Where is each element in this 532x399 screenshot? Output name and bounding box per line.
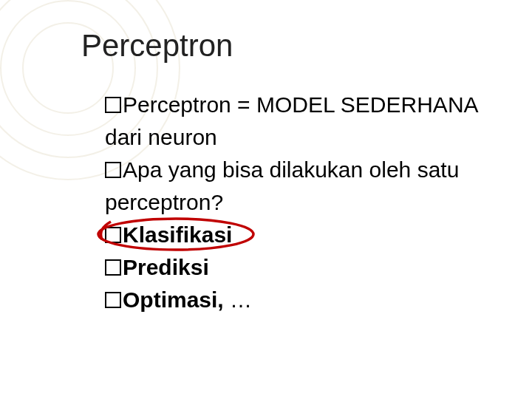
bullet-item: Prediksi bbox=[105, 251, 488, 284]
slide: Perceptron Perceptron = MODEL SEDERHANA … bbox=[0, 0, 532, 399]
bullet-item: Klasifikasi bbox=[105, 219, 488, 251]
bullet-prefix: Prediksi bbox=[123, 255, 209, 279]
checkbox-icon bbox=[105, 259, 121, 276]
bullet-item: Apa yang bisa dilakukan oleh satu percep… bbox=[105, 154, 488, 219]
checkbox-icon bbox=[105, 227, 121, 243]
checkbox-icon bbox=[105, 292, 121, 308]
slide-title: Perceptron bbox=[81, 28, 488, 64]
bullet-prefix: Apa bbox=[123, 157, 162, 182]
bullet-prefix: Perceptron bbox=[123, 92, 231, 117]
bullet-prefix: Klasifikasi bbox=[123, 222, 232, 247]
bullet-item: Perceptron = MODEL SEDERHANA dari neuron bbox=[105, 89, 488, 154]
bullet-prefix: Optimasi, bbox=[123, 287, 230, 312]
checkbox-icon bbox=[105, 162, 121, 178]
bullet-list: Perceptron = MODEL SEDERHANA dari neuron… bbox=[81, 89, 488, 316]
bullet-item: Optimasi, … bbox=[105, 284, 488, 316]
bullet-rest: … bbox=[230, 287, 252, 312]
checkbox-icon bbox=[105, 97, 121, 113]
